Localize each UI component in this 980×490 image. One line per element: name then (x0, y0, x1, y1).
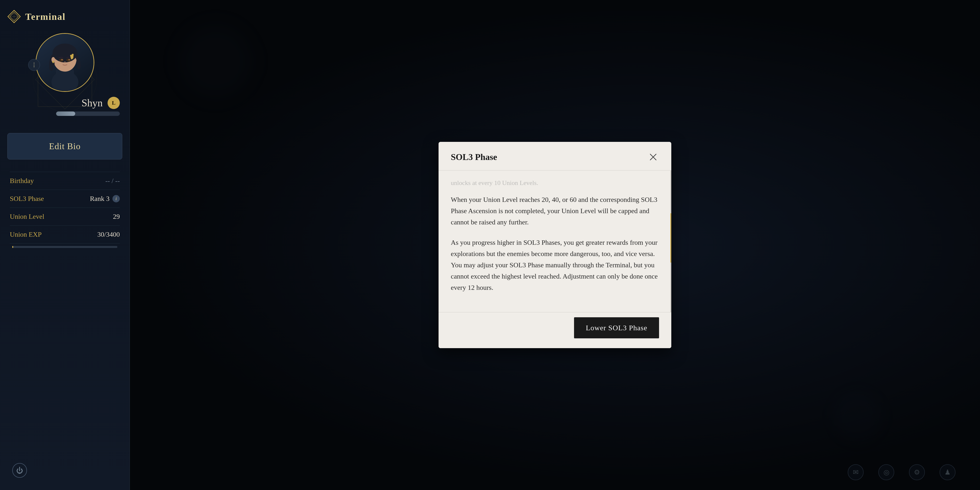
right-side-background: ✉ ◎ ⚙ ♟ SOL3 Phase unlocks at every 10 U… (130, 0, 980, 490)
user-badge: L (108, 97, 120, 109)
left-panel: Terminal (0, 0, 130, 490)
avatar-inner (36, 34, 94, 91)
stat-row-union-level: Union Level 29 (10, 208, 120, 226)
scroll-thumb (670, 213, 671, 262)
svg-point-11 (52, 44, 77, 62)
edit-bio-button[interactable]: Edit Bio (7, 133, 122, 159)
stat-row-birthday: Birthday -- / -- (10, 172, 120, 190)
lower-sol3-phase-button[interactable]: Lower SOL3 Phase (574, 317, 659, 338)
birthday-value: -- / -- (105, 177, 120, 185)
union-exp-label: Union EXP (10, 231, 41, 239)
svg-point-12 (59, 59, 64, 62)
svg-point-15 (68, 59, 70, 60)
avatar-section: ⋮ Shyn L (7, 33, 122, 123)
union-exp-value: 30/3400 (97, 231, 120, 239)
stat-row-sol3: SOL3 Phase Rank 3 i (10, 190, 120, 208)
sol3-info-icon[interactable]: i (113, 195, 120, 202)
modal-faded-text: unlocks at every 10 Union Levels. (451, 178, 659, 188)
modal-close-button[interactable] (647, 151, 659, 163)
modal-paragraph-1: When your Union Level reaches 20, 40, or… (451, 194, 659, 228)
svg-point-14 (61, 59, 63, 60)
svg-point-19 (52, 61, 54, 63)
modal-title: SOL3 Phase (451, 152, 497, 162)
terminal-icon (7, 10, 21, 23)
modal-body[interactable]: unlocks at every 10 Union Levels. When y… (439, 170, 671, 312)
exp-bar-fill (12, 246, 13, 248)
menu-dots-icon: ⋮ (31, 62, 37, 68)
union-level-value: 29 (113, 213, 120, 221)
exp-bar-container (10, 246, 120, 248)
scroll-indicator (670, 170, 671, 312)
modal-overlay: SOL3 Phase unlocks at every 10 Union Lev… (130, 0, 980, 490)
exp-bar-background (12, 246, 117, 248)
avatar (35, 33, 94, 92)
badge-icon: L (112, 100, 116, 106)
modal-footer: Lower SOL3 Phase (439, 312, 671, 348)
sol3-phase-value: Rank 3 i (90, 195, 120, 203)
svg-point-13 (66, 59, 70, 62)
stat-row-union-exp: Union EXP 30/3400 (10, 226, 120, 243)
union-level-label: Union Level (10, 213, 45, 221)
avatar-menu-button[interactable]: ⋮ (28, 59, 40, 71)
modal-paragraph-2: As you progress higher in SOL3 Phases, y… (451, 237, 659, 294)
modal-header: SOL3 Phase (439, 142, 671, 170)
sol3-phase-label: SOL3 Phase (10, 195, 44, 203)
power-icon: ⏻ (16, 466, 23, 474)
birthday-label: Birthday (10, 177, 34, 185)
stats-section: Birthday -- / -- SOL3 Phase Rank 3 i Uni… (7, 172, 122, 248)
panel-title: Terminal (25, 11, 66, 22)
terminal-header: Terminal (7, 10, 122, 23)
sol3-phase-modal: SOL3 Phase unlocks at every 10 Union Lev… (439, 142, 671, 348)
power-button[interactable]: ⏻ (12, 463, 27, 478)
close-x-icon (649, 153, 657, 161)
